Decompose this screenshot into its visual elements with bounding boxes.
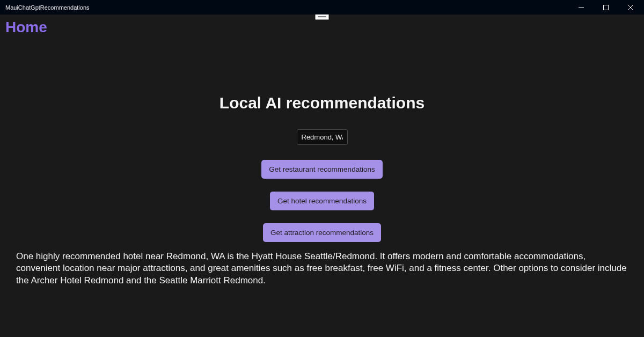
minimize-icon: [579, 5, 584, 10]
window-title: MauiChatGptRecommendations: [5, 4, 90, 11]
location-input[interactable]: [297, 129, 348, 145]
get-restaurant-recommendations-button[interactable]: Get restaurant recommendations: [261, 160, 382, 179]
page-title: Local AI recommendations: [219, 94, 425, 112]
get-hotel-recommendations-button[interactable]: Get hotel recommendations: [270, 192, 374, 210]
minimize-button[interactable]: [569, 0, 594, 14]
svg-rect-1: [604, 5, 609, 10]
main-column: Local AI recommendations Get restaurant …: [0, 14, 644, 255]
recommendation-result: One highly recommended hotel near Redmon…: [16, 251, 628, 287]
close-button[interactable]: [618, 0, 643, 14]
window-controls: [569, 0, 643, 14]
window-titlebar: MauiChatGptRecommendations: [0, 0, 644, 14]
close-icon: [628, 5, 633, 10]
maximize-button[interactable]: [594, 0, 618, 14]
app-content: Home Local AI recommendations Get restau…: [0, 14, 644, 337]
get-attraction-recommendations-button[interactable]: Get attraction recommendations: [263, 223, 381, 242]
maximize-icon: [603, 5, 609, 10]
